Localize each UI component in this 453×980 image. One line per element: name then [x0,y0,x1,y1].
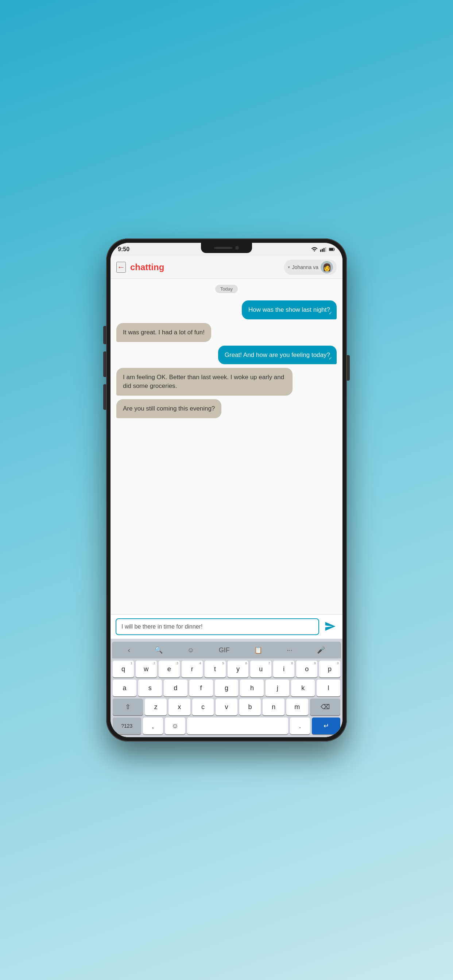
keyboard-gif-button[interactable]: GIF [216,645,233,655]
keyboard-collapse-button[interactable]: ‹ [125,645,133,655]
battery-icon [329,246,335,253]
key-c[interactable]: c [192,698,214,715]
user-name: Johanna va [292,264,318,270]
svg-rect-5 [329,248,333,250]
key-enter[interactable]: ↵ [312,718,340,734]
key-g[interactable]: g [215,679,239,696]
key-l[interactable]: l [317,679,340,696]
phone-notch [201,243,252,253]
camera-icon [235,246,239,250]
svg-rect-1 [322,249,323,252]
keyboard-toolbar: ‹ 🔍 ☺ GIF 📋 ··· 🎤 [112,642,341,659]
silent-button [103,384,106,410]
message-sent-1: How was the show last night? ✓ [242,301,337,320]
message-tick: ✓ [329,355,332,362]
svg-rect-3 [325,247,326,252]
send-icon [324,620,336,632]
key-emoji[interactable]: ☺ [165,718,185,734]
key-t[interactable]: 5t [205,660,226,678]
keyboard-rows: 1q 2w 3e 4r 5t 6y 7u 8i 9o 0p a s d f [112,659,341,736]
key-n[interactable]: n [263,698,284,715]
avatar: 👩 [321,261,333,274]
user-selector[interactable]: ▾ Johanna va 👩 [284,259,337,275]
page-title: chatting [130,262,284,272]
key-e[interactable]: 3e [159,660,180,678]
send-button[interactable] [323,619,337,635]
key-u[interactable]: 7u [250,660,271,678]
keyboard-mic-button[interactable]: 🎤 [314,644,328,655]
volume-down-button [103,352,106,377]
keyboard-sticker-button[interactable]: ☺ [185,645,197,655]
key-space[interactable] [187,718,288,734]
key-x[interactable]: x [169,698,190,715]
chat-area: Today How was the show last night? ✓ It … [110,279,343,614]
key-p[interactable]: 0p [319,660,340,678]
message-tick: ✓ [329,310,332,317]
key-y[interactable]: 6y [228,660,249,678]
keyboard: ‹ 🔍 ☺ GIF 📋 ··· 🎤 1q 2w 3e 4r 5t 6y 7u [110,639,343,737]
wifi-icon [311,246,318,253]
message-text: Are you still coming this evening? [123,405,215,412]
keyboard-clipboard-button[interactable]: 📋 [251,644,265,655]
message-received-3: Are you still coming this evening? [116,399,222,418]
avatar-image: 👩 [322,263,332,272]
svg-rect-0 [320,250,321,252]
chevron-down-icon: ▾ [288,265,290,270]
key-j[interactable]: j [266,679,289,696]
signal-icon [320,246,327,253]
key-row-2: a s d f g h j k l [113,679,340,696]
phone-screen: 9:50 ← chatting ▾ Johanna va 👩 Today [110,243,343,737]
key-f[interactable]: f [189,679,213,696]
key-h[interactable]: h [240,679,264,696]
message-sent-2: Great! And how are you feeling today? ✓ [218,345,337,364]
date-badge: Today [215,285,238,293]
key-k[interactable]: k [291,679,315,696]
key-backspace[interactable]: ⌫ [310,698,340,715]
message-text: Great! And how are you feeling today? [225,352,330,358]
key-q[interactable]: 1q [113,660,134,678]
key-o[interactable]: 9o [296,660,317,678]
key-d[interactable]: d [164,679,187,696]
key-r[interactable]: 4r [182,660,203,678]
power-button [347,355,350,380]
message-text: It was great. I had a lot of fun! [123,329,205,336]
key-v[interactable]: v [215,698,238,715]
speaker-icon [214,247,232,249]
message-input[interactable] [116,618,319,635]
message-received-2: I am feeling OK. Better than last week. … [116,368,292,396]
app-header: ← chatting ▾ Johanna va 👩 [110,256,343,279]
key-symbols[interactable]: ?123 [113,718,141,734]
key-s[interactable]: s [138,679,162,696]
key-comma[interactable]: , [143,718,163,734]
keyboard-more-button[interactable]: ··· [284,645,295,655]
message-received-1: It was great. I had a lot of fun! [116,323,211,342]
message-text: How was the show last night? [248,306,330,313]
key-a[interactable]: a [113,679,136,696]
key-z[interactable]: z [145,698,167,715]
volume-up-button [103,326,106,344]
keyboard-search-button[interactable]: 🔍 [152,644,166,655]
key-b[interactable]: b [239,698,261,715]
key-row-1: 1q 2w 3e 4r 5t 6y 7u 8i 9o 0p [113,660,340,678]
key-m[interactable]: m [286,698,308,715]
key-i[interactable]: 8i [273,660,294,678]
input-area [110,614,343,639]
key-row-3: ⇧ z x c v b n m ⌫ [113,698,340,715]
svg-rect-2 [324,248,325,252]
status-icons [311,246,335,253]
key-period[interactable]: . [290,718,310,734]
status-time: 9:50 [118,246,129,253]
key-w[interactable]: 2w [136,660,157,678]
key-row-4: ?123 , ☺ . ↵ [113,718,340,734]
key-shift[interactable]: ⇧ [113,698,143,715]
message-text: I am feeling OK. Better than last week. … [123,374,284,390]
phone-frame: 9:50 ← chatting ▾ Johanna va 👩 Today [106,239,347,741]
back-button[interactable]: ← [116,262,126,273]
